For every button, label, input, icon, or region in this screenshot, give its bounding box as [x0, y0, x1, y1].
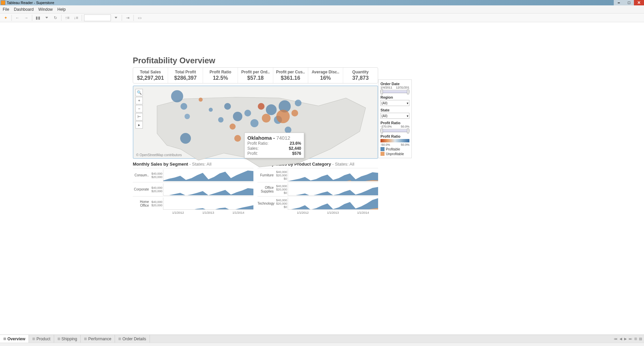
chart-ylabels: $40,000$20,000 — [150, 172, 163, 179]
filter-region-title: Region — [380, 95, 409, 99]
map[interactable]: 🔍 + − ⊢ ▸ Oklahoma - 74012 Profit Ratio:… — [133, 85, 378, 159]
filter-profitratio-title: Profit Ratio — [380, 121, 409, 125]
map-bubble[interactable] — [234, 135, 241, 142]
sheet-tab-order-details[interactable]: ⊞Order Details — [115, 335, 150, 343]
map-bubble[interactable] — [285, 127, 291, 133]
filters-panel: Order Date 1/4/201112/31/201 Region (All… — [378, 79, 412, 158]
refresh-icon[interactable]: ↻ — [52, 14, 59, 21]
tab-label: Overview — [7, 337, 25, 341]
menu-help[interactable]: Help — [57, 7, 66, 12]
kpi-value: $57.18 — [239, 75, 271, 81]
map-bubble[interactable] — [266, 104, 277, 115]
legend-profitable: Profitable — [380, 147, 409, 151]
kpi-cell[interactable]: Profit per Ord..$57.18 — [238, 68, 273, 83]
kpi-value: $286,397 — [169, 75, 201, 81]
small-chart[interactable]: Home Office $40,000$20,000 — [133, 196, 253, 210]
pause-icon[interactable]: ▮▮ — [34, 14, 42, 21]
pin-icon[interactable]: ⇥ — [124, 14, 131, 21]
sheet-tab-shipping[interactable]: ⊞Shipping — [54, 335, 81, 343]
kpi-label: Average Disc.. — [310, 70, 341, 74]
sheet-tab-overview[interactable]: ⊞Overview — [0, 335, 29, 343]
tab-next-icon[interactable]: ▶ — [624, 337, 627, 341]
tab-label: Order Details — [122, 337, 146, 341]
map-bubble[interactable] — [291, 110, 298, 116]
profitratio-to: 50.0% — [401, 125, 409, 128]
kpi-cell[interactable]: Quantity37,873 — [343, 68, 378, 83]
grid-icon: ⊞ — [118, 337, 121, 341]
profitratio-slider[interactable] — [380, 129, 409, 132]
minimize-button[interactable]: ━ — [614, 0, 624, 5]
orderdate-slider[interactable] — [380, 90, 409, 93]
map-bubble[interactable] — [262, 114, 271, 123]
dashboard-title: Profitability Overview — [133, 56, 378, 65]
kpi-cell[interactable]: Profit Ratio12.5% — [203, 68, 238, 83]
chart-ylabels: $40,000$20,000 — [150, 200, 163, 207]
kpi-cell[interactable]: Total Profit$286,397 — [168, 68, 203, 83]
dropdown2-icon[interactable] — [112, 14, 120, 21]
kpi-cell[interactable]: Average Disc..16% — [308, 68, 343, 83]
forward-button[interactable]: → — [23, 14, 30, 21]
map-bubble[interactable] — [250, 119, 258, 127]
close-button[interactable]: ✕ — [634, 0, 644, 5]
sort-desc-icon[interactable]: ↓≡ — [72, 14, 80, 21]
small-chart[interactable]: Office Supplies $40,000$20,000$0 — [257, 182, 378, 196]
map-bubble[interactable] — [295, 100, 301, 106]
map-bubble[interactable] — [180, 133, 191, 144]
map-bubble[interactable] — [258, 103, 265, 110]
colorlegend-from: -50.0% — [380, 143, 390, 146]
small-chart[interactable]: Corporate $40,000$20,000 — [133, 182, 253, 196]
back-button[interactable]: ← — [14, 14, 21, 21]
map-bubble[interactable] — [185, 114, 190, 119]
kpi-cell[interactable]: Total Sales$2,297,201 — [133, 68, 168, 83]
menu-dashboard[interactable]: Dashboard — [14, 7, 34, 12]
chart-ylabels: $40,000$20,000$0 — [275, 199, 288, 209]
chart-row-label: Consum.. — [133, 173, 150, 177]
map-bubble[interactable] — [180, 103, 187, 110]
map-bubble[interactable] — [209, 108, 213, 112]
logo-icon: ✦ — [2, 14, 9, 21]
presentation-icon[interactable]: ▭ — [136, 14, 143, 21]
color-legend-bar — [380, 139, 409, 142]
map-bubble[interactable] — [199, 98, 203, 102]
tooltip-key: Sales: — [247, 146, 258, 151]
state-select[interactable]: (All)▾ — [380, 113, 409, 119]
kpi-row: Total Sales$2,297,201Total Profit$286,39… — [133, 67, 378, 83]
map-bubble[interactable] — [276, 110, 290, 123]
menubar: File Dashboard Window Help — [0, 5, 644, 13]
kpi-label: Profit per Cus.. — [275, 70, 307, 74]
sort-asc-icon[interactable]: ↑≡ — [64, 14, 71, 21]
map-bubble[interactable] — [171, 90, 183, 102]
content-area: Profitability Overview Total Sales$2,297… — [0, 22, 644, 335]
map-bubble[interactable] — [218, 117, 224, 123]
grid-icon: ⊞ — [84, 337, 87, 341]
tooltip-value: 23.6% — [290, 141, 301, 146]
sheet-tab-performance[interactable]: ⊞Performance — [81, 335, 115, 343]
menu-file[interactable]: File — [3, 7, 9, 12]
small-chart[interactable]: Technology $40,000$20,000$0 — [257, 196, 378, 210]
search-input[interactable] — [84, 14, 111, 21]
map-bubble[interactable] — [224, 103, 231, 110]
maximize-button[interactable]: ☐ — [624, 0, 634, 5]
map-bubble[interactable] — [230, 124, 236, 130]
map-bubble[interactable] — [244, 110, 251, 116]
statusbar — [0, 343, 644, 346]
tooltip-key: Profit: — [247, 151, 258, 156]
tab-list-icon[interactable]: ▤ — [639, 337, 642, 341]
colorlegend-to: 50.0% — [401, 143, 409, 146]
kpi-cell[interactable]: Profit per Cus..$361.16 — [273, 68, 308, 83]
menu-window[interactable]: Window — [38, 7, 53, 12]
tab-first-icon[interactable]: ⏮ — [614, 337, 617, 341]
map-bubble[interactable] — [233, 112, 242, 121]
tooltip-place: Oklahoma — [247, 135, 272, 141]
kpi-label: Total Profit — [169, 70, 201, 74]
region-select[interactable]: (All)▾ — [380, 100, 409, 106]
tab-prev-icon[interactable]: ◀ — [619, 337, 622, 341]
tab-last-icon[interactable]: ⏭ — [629, 337, 632, 341]
orderdate-to: 12/31/201 — [396, 86, 409, 89]
sheet-tab-product[interactable]: ⊞Product — [29, 335, 54, 343]
dropdown-icon[interactable] — [43, 14, 50, 21]
sheet-tabs: ⊞Overview⊞Product⊞Shipping⊞Performance⊞O… — [0, 335, 644, 343]
tab-grid-icon[interactable]: ⊞ — [634, 337, 637, 341]
grid-icon: ⊞ — [32, 337, 35, 341]
chart-row-label: Home Office — [133, 200, 150, 207]
